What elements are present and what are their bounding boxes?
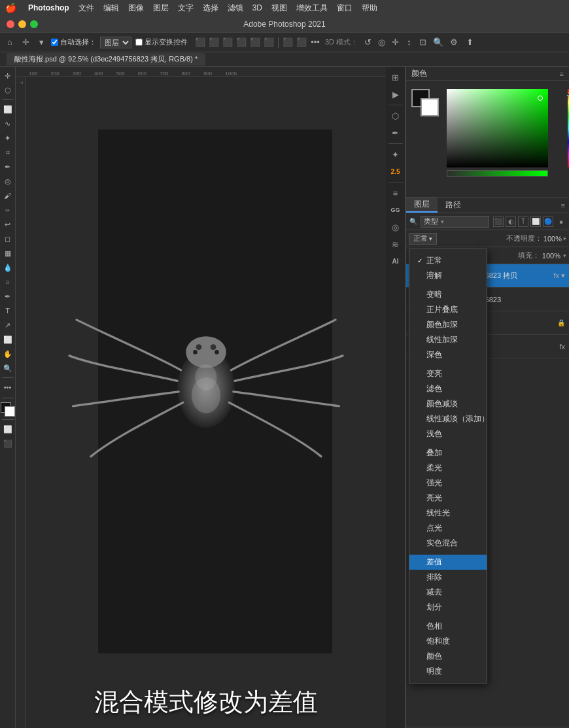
align-bottom-icon[interactable]: ⬛ — [263, 37, 275, 48]
menu-file[interactable]: 文件 — [78, 3, 94, 14]
history-brush-tool[interactable]: ↩ — [1, 218, 14, 231]
blend-item-lighten[interactable]: 变亮 — [409, 366, 487, 381]
document-tab[interactable]: 酸性海报.psd @ 92.5% (d3ec2494756823 拷贝, RGB… — [7, 53, 205, 65]
mid-sparkle-icon[interactable]: ✦ — [388, 147, 404, 162]
menu-window[interactable]: 窗口 — [337, 3, 353, 14]
hand-tool[interactable]: ✋ — [1, 347, 14, 360]
spot-heal-tool[interactable]: ◎ — [1, 175, 14, 188]
pen-tool[interactable]: ✒ — [1, 290, 14, 303]
auto-select-checkbox[interactable] — [51, 39, 58, 46]
blend-mode-menu[interactable]: ✓正常 溶解 变暗 正片叠底 颜色加深 — [409, 249, 487, 684]
dist-v-icon[interactable]: ⬛ — [296, 37, 307, 48]
mid-ai-icon[interactable]: AI — [388, 253, 404, 269]
mid-circle-icon[interactable]: ◎ — [388, 219, 404, 235]
auto-select-dropdown[interactable]: 图层 — [100, 37, 131, 48]
blend-item-linear-dodge[interactable]: 线性减淡（添加） — [409, 411, 487, 426]
align-center-h-icon[interactable]: ⬛ — [208, 37, 220, 48]
filter-pixel-icon[interactable]: ⬛ — [493, 217, 504, 227]
selection-tool[interactable]: ⬜ — [1, 103, 14, 116]
layers-type-filter[interactable]: 类型 ▾ — [421, 216, 489, 228]
menu-text[interactable]: 文字 — [178, 3, 194, 14]
filter-smart-icon[interactable]: 🔵 — [543, 217, 553, 227]
blend-item-pin-light[interactable]: 点光 — [409, 521, 487, 536]
home-icon[interactable]: ⌂ — [4, 37, 16, 48]
blend-item-color-dodge[interactable]: 颜色减淡 — [409, 396, 487, 411]
mid-play-icon[interactable]: ▶ — [388, 86, 404, 102]
gradient-tool[interactable]: ▦ — [1, 247, 14, 260]
blend-item-difference[interactable]: 差值 — [409, 555, 487, 570]
tab-layers[interactable]: 图层 — [406, 198, 438, 213]
blend-item-saturation[interactable]: 饱和度 — [409, 634, 487, 649]
color-panel-menu[interactable]: ≡ — [560, 70, 564, 78]
fx-icon-1[interactable]: fx ▾ — [553, 271, 565, 280]
fill-value[interactable]: 100% — [542, 252, 560, 260]
search-icon[interactable]: 🔍 — [432, 37, 444, 48]
blend-item-darker-color[interactable]: 深色 — [409, 347, 487, 362]
layers-panel-menu[interactable]: ≡ — [561, 201, 569, 209]
menu-edit[interactable]: 编辑 — [103, 3, 119, 14]
menu-plugins[interactable]: 增效工具 — [296, 3, 328, 14]
blend-item-multiply[interactable]: 正片叠底 — [409, 302, 487, 317]
blend-item-lighter-color[interactable]: 浅色 — [409, 426, 487, 442]
3d-orbit-icon[interactable]: ◎ — [375, 37, 387, 48]
blend-item-darken[interactable]: 变暗 — [409, 287, 487, 302]
tab-paths[interactable]: 路径 — [438, 198, 469, 213]
blend-item-exclusion[interactable]: 排除 — [409, 570, 487, 585]
3d-rotate-icon[interactable]: ↺ — [362, 37, 373, 48]
mid-filter-icon[interactable]: ≋ — [388, 236, 404, 252]
menu-view[interactable]: 视图 — [271, 3, 287, 14]
mid-pen-icon[interactable]: ✒ — [388, 125, 404, 141]
filter-toggle[interactable]: ● — [556, 217, 566, 227]
share-icon[interactable]: ⬆ — [464, 37, 475, 48]
blend-item-hard-light[interactable]: 强光 — [409, 476, 487, 491]
blend-item-vivid-light[interactable]: 亮光 — [409, 491, 487, 506]
lasso-tool[interactable]: ∿ — [1, 117, 14, 130]
blend-item-hard-mix[interactable]: 实色混合 — [409, 536, 487, 551]
settings-icon[interactable]: ⚙ — [448, 37, 460, 48]
close-button[interactable] — [7, 20, 14, 28]
canvas-content[interactable]: 混合模式修改为差值 — [26, 77, 386, 728]
blend-item-hue[interactable]: 色相 — [409, 619, 487, 634]
tools-more[interactable]: ••• — [1, 381, 14, 394]
3d-pan-icon[interactable]: ✛ — [389, 37, 401, 48]
blend-item-linear-burn[interactable]: 线性加深 — [409, 332, 487, 347]
blend-item-soft-light[interactable]: 柔光 — [409, 460, 487, 476]
magic-wand-tool[interactable]: ✦ — [1, 131, 14, 145]
3d-scale-icon[interactable]: ⊡ — [417, 37, 428, 48]
move-icon[interactable]: ✛ — [20, 37, 31, 48]
zoom-tool[interactable]: 🔍 — [1, 362, 14, 375]
eyedropper-tool[interactable]: ✒ — [1, 160, 14, 173]
blend-item-screen[interactable]: 滤色 — [409, 381, 487, 396]
dropdown-arrow[interactable]: ▾ — [35, 37, 47, 48]
background-color[interactable] — [5, 406, 15, 417]
mid-list-icon[interactable]: ≡ — [388, 185, 404, 201]
quick-mask-tool[interactable]: ⬜ — [1, 423, 14, 436]
3d-slide-icon[interactable]: ↕ — [403, 37, 415, 48]
menu-layer[interactable]: 图层 — [153, 3, 169, 14]
filter-adjust-icon[interactable]: ◐ — [506, 217, 516, 227]
mid-adjust-icon[interactable]: ⬡ — [388, 108, 404, 124]
blend-item-divide[interactable]: 划分 — [409, 600, 487, 615]
minimize-button[interactable] — [18, 20, 26, 28]
blend-item-overlay[interactable]: 叠加 — [409, 445, 487, 460]
filter-text-icon[interactable]: T — [518, 217, 528, 227]
align-center-v-icon[interactable]: ⬛ — [249, 37, 261, 48]
crop-tool[interactable]: ⌗ — [1, 146, 14, 159]
color-gradient[interactable] — [447, 89, 548, 167]
brush-tool[interactable]: 🖌 — [1, 189, 14, 202]
opacity-value[interactable]: 100% — [543, 235, 562, 243]
blend-mode-dropdown[interactable]: 正常 ▾ — [409, 233, 437, 245]
blend-item-subtract[interactable]: 减去 — [409, 585, 487, 600]
move-tool[interactable]: ✛ — [1, 69, 14, 82]
blend-item-linear-light[interactable]: 线性光 — [409, 506, 487, 521]
clone-stamp-tool[interactable]: ⎃ — [1, 203, 14, 217]
dodge-tool[interactable]: ○ — [1, 275, 14, 288]
align-top-icon[interactable]: ⬛ — [235, 37, 247, 48]
show-transform-checkbox[interactable] — [135, 39, 143, 46]
apple-menu[interactable]: 🍎 — [5, 3, 16, 13]
shape-tool[interactable]: ⬜ — [1, 333, 14, 346]
blend-item-color[interactable]: 颜色 — [409, 649, 487, 664]
blend-item-color-burn[interactable]: 颜色加深 — [409, 317, 487, 332]
text-tool[interactable]: T — [1, 304, 14, 317]
mid-25-icon[interactable]: 2.5 — [388, 164, 404, 179]
